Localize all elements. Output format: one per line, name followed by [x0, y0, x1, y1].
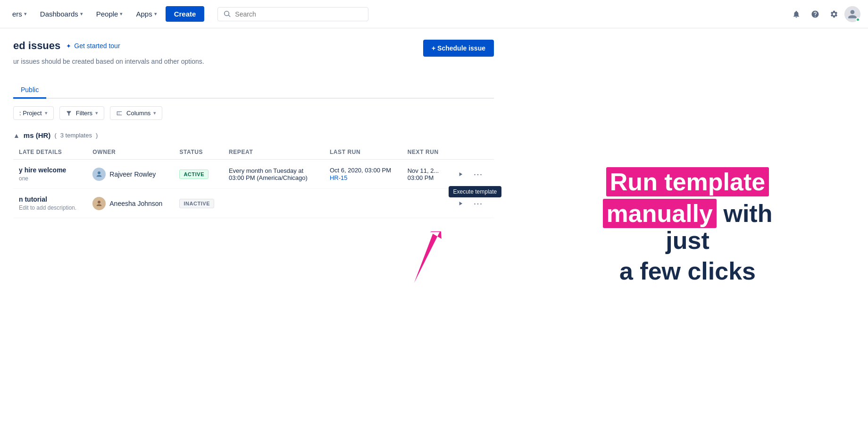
help-button[interactable]	[807, 6, 824, 23]
owner-avatar-1	[92, 168, 106, 181]
cell-details-2: n tutorial Edit to add description.	[13, 189, 87, 218]
col-owner: Owner	[87, 145, 174, 160]
table-body: y hire welcome one Rajveer Rowley	[13, 160, 494, 218]
promo-line1: Run template	[593, 169, 782, 196]
collapse-icon[interactable]: ▲	[13, 132, 20, 139]
promo-line2: manually with just	[593, 200, 782, 254]
more-options-button-2[interactable]: ···	[471, 196, 485, 211]
cell-status-1: ACTIVE	[174, 160, 223, 189]
owner-name-2: Aneesha Johnson	[109, 200, 162, 207]
owner-avatar-2	[92, 197, 106, 210]
owner-cell-2: Aneesha Johnson	[92, 197, 168, 210]
page-title: ed issues	[13, 40, 60, 52]
action-cell-2: ···	[453, 196, 488, 211]
filter-filters[interactable]: Filters ▾	[59, 106, 104, 120]
execute-template-button-2[interactable]	[453, 196, 467, 211]
table-header: late details Owner Status Repeat Last ru…	[13, 145, 494, 160]
table-row: y hire welcome one Rajveer Rowley	[13, 160, 494, 189]
owner-name-1: Rajveer Rowley	[109, 170, 156, 178]
schedule-issue-button[interactable]: + Schedule issue	[423, 40, 494, 57]
cell-last-run-2	[324, 189, 402, 218]
table-row: n tutorial Edit to add description. Anee…	[13, 189, 494, 218]
chevron-down-icon: ▾	[80, 11, 83, 17]
filter-icon	[66, 110, 72, 117]
avatar-wrap[interactable]	[844, 6, 860, 22]
star-icon: ✦	[66, 42, 71, 50]
template-name-2: n tutorial	[19, 196, 81, 203]
promo-line4: a few clicks	[593, 258, 782, 285]
cell-owner-1: Rajveer Rowley	[87, 160, 174, 189]
chevron-down-icon: ▾	[120, 11, 123, 17]
svg-point-1	[98, 201, 100, 204]
gear-icon	[830, 10, 838, 18]
help-icon	[811, 10, 819, 18]
online-indicator	[856, 17, 860, 22]
main-layout: ed issues ✦ Get started tour ur issues s…	[0, 28, 868, 425]
get-started-link[interactable]: ✦ Get started tour	[66, 42, 120, 50]
issues-table: late details Owner Status Repeat Last ru…	[13, 145, 494, 218]
promo-box: Run template manually with just a few cl…	[593, 169, 782, 285]
cell-actions-1: ··· Execute template	[448, 160, 494, 189]
search-box	[217, 7, 368, 21]
page-subtitle: ur issues should be created based on int…	[13, 58, 204, 65]
col-last-run: Last run	[324, 145, 402, 160]
nav-right	[788, 6, 860, 23]
group-count-close: )	[96, 132, 98, 139]
action-cell-1: ··· Execute template	[453, 167, 488, 181]
promo-manually: manually	[603, 199, 717, 228]
play-icon	[457, 171, 464, 178]
cell-last-run-1: Oct 6, 2020, 03:00 PM HR-15	[324, 160, 402, 189]
status-badge-1: ACTIVE	[179, 170, 209, 179]
filter-row: : Project ▾ Filters ▾ Columns ▾	[13, 106, 494, 120]
cell-status-2: INACTIVE	[174, 189, 223, 218]
group-header: ▲ ms (HR) ( 3 templates )	[13, 129, 494, 141]
execute-template-button-1[interactable]	[453, 167, 467, 181]
more-options-button-1[interactable]: ···	[471, 167, 485, 181]
template-sub-1: one	[19, 175, 81, 182]
promo-area: Run template manually with just a few cl…	[507, 28, 868, 425]
chevron-down-icon: ▾	[154, 11, 157, 17]
navbar: ers ▾ Dashboards ▾ People ▾ Apps ▾ Creat…	[0, 0, 868, 28]
last-run-link-1[interactable]: HR-15	[330, 174, 348, 181]
play-icon	[457, 200, 464, 207]
chevron-down-icon: ▾	[153, 110, 156, 116]
filter-columns[interactable]: Columns ▾	[110, 106, 162, 120]
search-input[interactable]	[235, 10, 362, 18]
avatar-icon-2	[95, 199, 103, 208]
notifications-button[interactable]	[788, 6, 805, 23]
settings-button[interactable]	[826, 6, 843, 23]
cell-owner-2: Aneesha Johnson	[87, 189, 174, 218]
avatar-icon-1	[95, 170, 103, 178]
chevron-down-icon: ▾	[45, 110, 48, 116]
chevron-down-icon: ▾	[95, 110, 98, 116]
nav-item-ers[interactable]: ers ▾	[8, 7, 32, 21]
nav-item-apps[interactable]: Apps ▾	[131, 7, 161, 21]
create-button[interactable]: Create	[166, 6, 205, 22]
col-status: Status	[174, 145, 223, 160]
group-count: (	[54, 132, 56, 139]
col-repeat: Repeat	[223, 145, 324, 160]
svg-point-0	[98, 171, 100, 174]
tabs-bar: Public	[13, 82, 494, 99]
cell-next-run-1: Nov 11, 2... 03:00 PM	[402, 160, 448, 189]
filter-project[interactable]: : Project ▾	[13, 106, 54, 120]
chevron-down-icon: ▾	[24, 11, 27, 17]
col-next-run: Next run	[402, 145, 448, 160]
nav-item-dashboards[interactable]: Dashboards ▾	[35, 7, 88, 21]
page-header: ed issues ✦ Get started tour	[13, 40, 204, 52]
status-badge-2: INACTIVE	[179, 199, 214, 208]
col-actions	[448, 145, 494, 160]
execute-template-tooltip: Execute template	[449, 186, 502, 197]
cell-repeat-2	[223, 189, 324, 218]
cell-details-1: y hire welcome one	[13, 160, 87, 189]
template-sub-2: Edit to add description.	[19, 204, 81, 211]
promo-highlight: Run template	[606, 167, 769, 196]
owner-cell-1: Rajveer Rowley	[92, 168, 168, 181]
last-run-date-1: Oct 6, 2020, 03:00 PM	[330, 167, 396, 174]
cell-next-run-2	[402, 189, 448, 218]
nav-item-people[interactable]: People ▾	[92, 7, 128, 21]
bell-icon	[792, 10, 801, 18]
tab-public[interactable]: Public	[13, 82, 46, 99]
search-icon	[224, 10, 231, 18]
page-header-row: ed issues ✦ Get started tour ur issues s…	[13, 40, 494, 75]
